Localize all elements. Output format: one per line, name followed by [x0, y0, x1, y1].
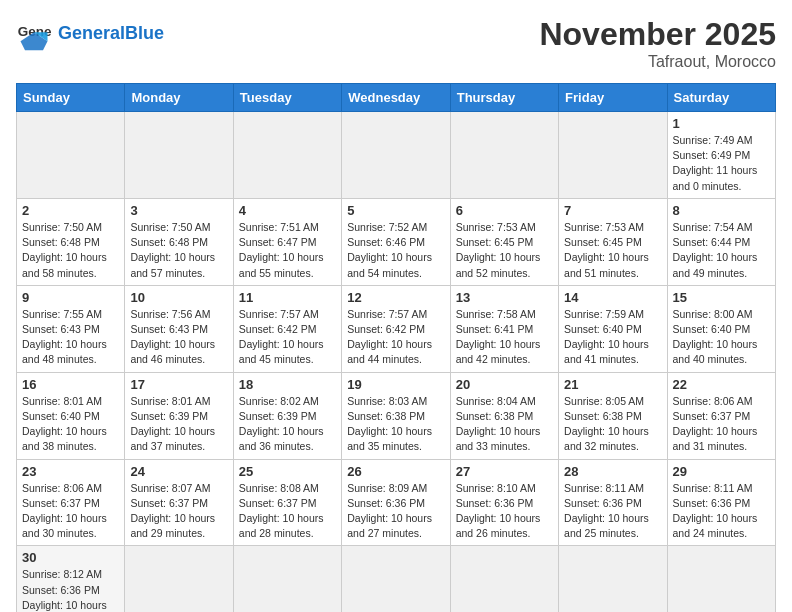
day-number: 1: [673, 116, 770, 131]
logo: General GeneralBlue: [16, 16, 164, 52]
logo-icon: General: [16, 16, 52, 52]
day-info: Sunrise: 8:04 AM Sunset: 6:38 PM Dayligh…: [456, 394, 553, 455]
day-info: Sunrise: 7:54 AM Sunset: 6:44 PM Dayligh…: [673, 220, 770, 281]
day-info: Sunrise: 8:11 AM Sunset: 6:36 PM Dayligh…: [673, 481, 770, 542]
day-number: 19: [347, 377, 444, 392]
calendar-day-cell: 29Sunrise: 8:11 AM Sunset: 6:36 PM Dayli…: [667, 459, 775, 546]
day-info: Sunrise: 7:50 AM Sunset: 6:48 PM Dayligh…: [22, 220, 119, 281]
day-number: 16: [22, 377, 119, 392]
day-number: 22: [673, 377, 770, 392]
day-info: Sunrise: 8:01 AM Sunset: 6:40 PM Dayligh…: [22, 394, 119, 455]
day-info: Sunrise: 7:53 AM Sunset: 6:45 PM Dayligh…: [456, 220, 553, 281]
day-number: 4: [239, 203, 336, 218]
day-info: Sunrise: 8:06 AM Sunset: 6:37 PM Dayligh…: [673, 394, 770, 455]
day-info: Sunrise: 8:01 AM Sunset: 6:39 PM Dayligh…: [130, 394, 227, 455]
calendar-week-row: 30Sunrise: 8:12 AM Sunset: 6:36 PM Dayli…: [17, 546, 776, 612]
day-number: 9: [22, 290, 119, 305]
calendar-day-cell: 6Sunrise: 7:53 AM Sunset: 6:45 PM Daylig…: [450, 198, 558, 285]
calendar-week-row: 1Sunrise: 7:49 AM Sunset: 6:49 PM Daylig…: [17, 112, 776, 199]
day-info: Sunrise: 7:49 AM Sunset: 6:49 PM Dayligh…: [673, 133, 770, 194]
day-number: 29: [673, 464, 770, 479]
day-info: Sunrise: 7:53 AM Sunset: 6:45 PM Dayligh…: [564, 220, 661, 281]
calendar-day-cell: 5Sunrise: 7:52 AM Sunset: 6:46 PM Daylig…: [342, 198, 450, 285]
weekday-header: Monday: [125, 84, 233, 112]
day-number: 12: [347, 290, 444, 305]
day-number: 18: [239, 377, 336, 392]
calendar-day-cell: 1Sunrise: 7:49 AM Sunset: 6:49 PM Daylig…: [667, 112, 775, 199]
day-number: 6: [456, 203, 553, 218]
day-info: Sunrise: 8:06 AM Sunset: 6:37 PM Dayligh…: [22, 481, 119, 542]
calendar-day-cell: [233, 112, 341, 199]
calendar-day-cell: [125, 112, 233, 199]
calendar-table: SundayMondayTuesdayWednesdayThursdayFrid…: [16, 83, 776, 612]
day-info: Sunrise: 7:55 AM Sunset: 6:43 PM Dayligh…: [22, 307, 119, 368]
day-info: Sunrise: 7:57 AM Sunset: 6:42 PM Dayligh…: [347, 307, 444, 368]
title-block: November 2025 Tafraout, Morocco: [539, 16, 776, 71]
day-info: Sunrise: 7:59 AM Sunset: 6:40 PM Dayligh…: [564, 307, 661, 368]
day-number: 20: [456, 377, 553, 392]
logo-text: GeneralBlue: [58, 24, 164, 44]
day-info: Sunrise: 8:02 AM Sunset: 6:39 PM Dayligh…: [239, 394, 336, 455]
weekday-header: Tuesday: [233, 84, 341, 112]
calendar-week-row: 23Sunrise: 8:06 AM Sunset: 6:37 PM Dayli…: [17, 459, 776, 546]
calendar-day-cell: 8Sunrise: 7:54 AM Sunset: 6:44 PM Daylig…: [667, 198, 775, 285]
day-number: 14: [564, 290, 661, 305]
calendar-day-cell: 7Sunrise: 7:53 AM Sunset: 6:45 PM Daylig…: [559, 198, 667, 285]
calendar-day-cell: 20Sunrise: 8:04 AM Sunset: 6:38 PM Dayli…: [450, 372, 558, 459]
calendar-day-cell: [233, 546, 341, 612]
weekday-header: Thursday: [450, 84, 558, 112]
calendar-day-cell: 18Sunrise: 8:02 AM Sunset: 6:39 PM Dayli…: [233, 372, 341, 459]
weekday-header: Saturday: [667, 84, 775, 112]
calendar-day-cell: [559, 112, 667, 199]
weekday-header: Sunday: [17, 84, 125, 112]
day-number: 8: [673, 203, 770, 218]
day-number: 11: [239, 290, 336, 305]
calendar-day-cell: 9Sunrise: 7:55 AM Sunset: 6:43 PM Daylig…: [17, 285, 125, 372]
calendar-day-cell: 28Sunrise: 8:11 AM Sunset: 6:36 PM Dayli…: [559, 459, 667, 546]
day-info: Sunrise: 8:10 AM Sunset: 6:36 PM Dayligh…: [456, 481, 553, 542]
day-info: Sunrise: 8:09 AM Sunset: 6:36 PM Dayligh…: [347, 481, 444, 542]
day-info: Sunrise: 8:03 AM Sunset: 6:38 PM Dayligh…: [347, 394, 444, 455]
day-info: Sunrise: 7:50 AM Sunset: 6:48 PM Dayligh…: [130, 220, 227, 281]
day-info: Sunrise: 7:56 AM Sunset: 6:43 PM Dayligh…: [130, 307, 227, 368]
day-info: Sunrise: 8:07 AM Sunset: 6:37 PM Dayligh…: [130, 481, 227, 542]
calendar-week-row: 9Sunrise: 7:55 AM Sunset: 6:43 PM Daylig…: [17, 285, 776, 372]
calendar-day-cell: 26Sunrise: 8:09 AM Sunset: 6:36 PM Dayli…: [342, 459, 450, 546]
day-number: 21: [564, 377, 661, 392]
day-info: Sunrise: 7:52 AM Sunset: 6:46 PM Dayligh…: [347, 220, 444, 281]
calendar-day-cell: [450, 112, 558, 199]
calendar-day-cell: 13Sunrise: 7:58 AM Sunset: 6:41 PM Dayli…: [450, 285, 558, 372]
month-title: November 2025: [539, 16, 776, 53]
calendar-day-cell: 25Sunrise: 8:08 AM Sunset: 6:37 PM Dayli…: [233, 459, 341, 546]
calendar-day-cell: 4Sunrise: 7:51 AM Sunset: 6:47 PM Daylig…: [233, 198, 341, 285]
calendar-day-cell: [342, 112, 450, 199]
day-number: 7: [564, 203, 661, 218]
calendar-day-cell: 3Sunrise: 7:50 AM Sunset: 6:48 PM Daylig…: [125, 198, 233, 285]
calendar-day-cell: 19Sunrise: 8:03 AM Sunset: 6:38 PM Dayli…: [342, 372, 450, 459]
calendar-day-cell: [667, 546, 775, 612]
calendar-day-cell: [17, 112, 125, 199]
day-number: 2: [22, 203, 119, 218]
day-number: 17: [130, 377, 227, 392]
day-info: Sunrise: 8:11 AM Sunset: 6:36 PM Dayligh…: [564, 481, 661, 542]
calendar-day-cell: 14Sunrise: 7:59 AM Sunset: 6:40 PM Dayli…: [559, 285, 667, 372]
day-number: 3: [130, 203, 227, 218]
day-number: 28: [564, 464, 661, 479]
calendar-day-cell: 11Sunrise: 7:57 AM Sunset: 6:42 PM Dayli…: [233, 285, 341, 372]
calendar-day-cell: 24Sunrise: 8:07 AM Sunset: 6:37 PM Dayli…: [125, 459, 233, 546]
location-title: Tafraout, Morocco: [539, 53, 776, 71]
day-info: Sunrise: 8:08 AM Sunset: 6:37 PM Dayligh…: [239, 481, 336, 542]
calendar-day-cell: [342, 546, 450, 612]
day-info: Sunrise: 7:51 AM Sunset: 6:47 PM Dayligh…: [239, 220, 336, 281]
calendar-day-cell: 27Sunrise: 8:10 AM Sunset: 6:36 PM Dayli…: [450, 459, 558, 546]
calendar-day-cell: 17Sunrise: 8:01 AM Sunset: 6:39 PM Dayli…: [125, 372, 233, 459]
calendar-day-cell: 23Sunrise: 8:06 AM Sunset: 6:37 PM Dayli…: [17, 459, 125, 546]
calendar-day-cell: 12Sunrise: 7:57 AM Sunset: 6:42 PM Dayli…: [342, 285, 450, 372]
calendar-day-cell: [559, 546, 667, 612]
calendar-day-cell: 10Sunrise: 7:56 AM Sunset: 6:43 PM Dayli…: [125, 285, 233, 372]
day-info: Sunrise: 8:00 AM Sunset: 6:40 PM Dayligh…: [673, 307, 770, 368]
calendar-day-cell: 16Sunrise: 8:01 AM Sunset: 6:40 PM Dayli…: [17, 372, 125, 459]
weekday-header-row: SundayMondayTuesdayWednesdayThursdayFrid…: [17, 84, 776, 112]
calendar-day-cell: [125, 546, 233, 612]
day-number: 13: [456, 290, 553, 305]
